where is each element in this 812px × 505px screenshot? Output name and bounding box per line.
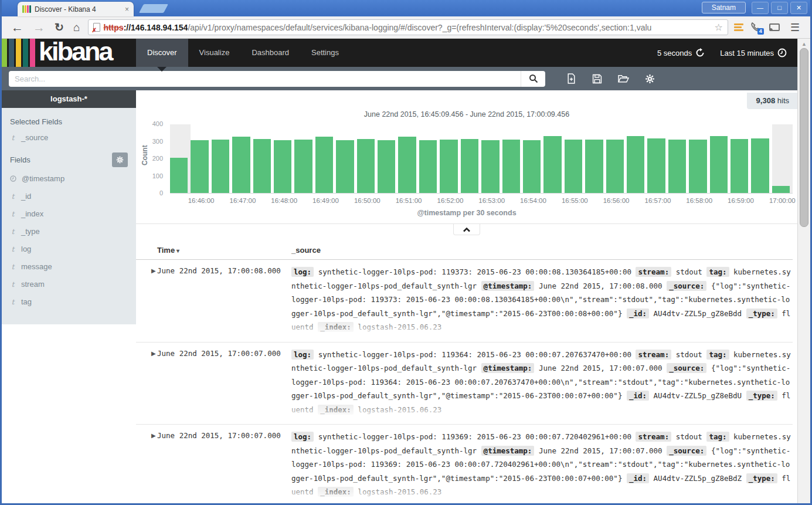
histogram-slot bbox=[336, 124, 356, 193]
bookmark-star-icon[interactable]: ☆ bbox=[715, 22, 723, 33]
histogram-bar[interactable] bbox=[481, 140, 499, 193]
new-document-icon bbox=[566, 73, 576, 84]
new-tab-button[interactable] bbox=[139, 4, 168, 13]
browser-tab[interactable]: Discover - Kibana 4 × bbox=[18, 2, 134, 16]
field-item-timestamp[interactable]: @timestamp bbox=[10, 174, 128, 183]
open-search-button[interactable] bbox=[618, 74, 629, 83]
histogram-bar[interactable] bbox=[585, 140, 603, 193]
kibana-favicon-icon bbox=[22, 5, 31, 13]
histogram-bar[interactable] bbox=[606, 140, 624, 193]
histogram-bar[interactable] bbox=[668, 140, 686, 193]
browser-window: Discover - Kibana 4 × Satnam — □ ✕ ← → ↻… bbox=[0, 0, 812, 505]
reload-icon[interactable]: ↻ bbox=[55, 22, 64, 33]
histogram-slot bbox=[232, 124, 253, 193]
save-search-button[interactable] bbox=[592, 74, 602, 84]
refresh-interval-label: 5 seconds bbox=[657, 49, 692, 57]
field-item-tag[interactable]: ttag bbox=[10, 297, 128, 306]
field-item-stream[interactable]: tstream bbox=[10, 280, 128, 289]
scrollbar-thumb[interactable] bbox=[800, 48, 808, 227]
expand-row-icon[interactable]: ▶ bbox=[136, 348, 157, 417]
nav-tab-discover[interactable]: Discover bbox=[136, 39, 188, 67]
histogram-bar[interactable] bbox=[440, 140, 457, 193]
histogram-bar[interactable] bbox=[378, 140, 395, 193]
field-name: @timestamp bbox=[22, 174, 64, 183]
histogram-bar[interactable] bbox=[565, 140, 582, 193]
x-tick-label: 16:48:00 bbox=[271, 197, 297, 204]
url-host: ://146.148.94.154 bbox=[124, 23, 188, 32]
search-icon bbox=[529, 74, 538, 83]
time-range-button[interactable]: Last 15 minutes bbox=[720, 48, 787, 57]
expand-row-icon[interactable]: ▶ bbox=[136, 430, 157, 499]
histogram-bar[interactable] bbox=[398, 137, 416, 193]
histogram-slot bbox=[419, 124, 440, 193]
field-item-index[interactable]: t_index bbox=[10, 209, 128, 218]
field-item-log[interactable]: tlog bbox=[10, 245, 128, 253]
close-button[interactable]: ✕ bbox=[790, 2, 807, 14]
page-scrollbar[interactable]: ▲ bbox=[797, 39, 810, 503]
histogram-slot bbox=[543, 124, 564, 193]
browser-menu-icon[interactable]: ☰ bbox=[790, 21, 800, 34]
expand-row-icon[interactable]: ▶ bbox=[136, 265, 157, 334]
time-column-header[interactable]: Time▾ bbox=[157, 246, 291, 255]
histogram-bar[interactable] bbox=[647, 138, 665, 193]
profile-button[interactable]: Satnam bbox=[702, 2, 746, 13]
histogram-bar[interactable] bbox=[315, 137, 333, 193]
tab-close-icon[interactable]: × bbox=[125, 5, 129, 13]
histogram-bar[interactable] bbox=[461, 139, 478, 193]
histogram-slot bbox=[523, 124, 543, 193]
histogram-slot bbox=[481, 124, 502, 193]
histogram-bar[interactable] bbox=[502, 140, 520, 193]
home-icon[interactable]: ⌂ bbox=[73, 22, 80, 33]
field-item-source[interactable]: t_source bbox=[10, 133, 128, 142]
histogram-bar[interactable] bbox=[523, 140, 541, 193]
insecure-page-icon[interactable]: ✗ bbox=[93, 23, 100, 32]
histogram-bar[interactable] bbox=[710, 136, 728, 193]
nav-tab-settings[interactable]: Settings bbox=[300, 39, 350, 67]
histogram-bar[interactable] bbox=[627, 136, 644, 193]
maximize-button[interactable]: □ bbox=[771, 2, 788, 14]
field-key-badge: _id: bbox=[627, 309, 649, 318]
histogram-bar[interactable] bbox=[357, 139, 375, 193]
histogram-bar[interactable] bbox=[419, 140, 437, 193]
new-search-button[interactable] bbox=[566, 73, 576, 84]
refresh-interval-button[interactable]: 5 seconds bbox=[657, 48, 705, 57]
cast-icon[interactable] bbox=[769, 23, 780, 31]
scroll-up-icon[interactable]: ▲ bbox=[798, 41, 810, 47]
y-tick-label: 400 bbox=[152, 120, 163, 127]
search-button[interactable] bbox=[521, 71, 545, 87]
histogram-bar[interactable] bbox=[336, 140, 354, 193]
list-extension-icon[interactable] bbox=[734, 23, 743, 31]
collapse-chart-button[interactable] bbox=[453, 224, 480, 235]
field-name: _source bbox=[21, 133, 48, 142]
row-time: June 22nd 2015, 17:00:08.000 bbox=[157, 265, 291, 334]
kibana-logo[interactable]: kibana bbox=[2, 39, 136, 67]
field-item-type[interactable]: t_type bbox=[10, 227, 128, 236]
histogram-bar[interactable] bbox=[543, 136, 561, 193]
field-key-badge: @timestamp: bbox=[481, 281, 535, 291]
field-item-message[interactable]: tmessage bbox=[10, 262, 128, 271]
histogram-bar[interactable] bbox=[253, 139, 271, 193]
histogram-bar[interactable] bbox=[731, 139, 748, 193]
minimize-button[interactable]: — bbox=[752, 2, 769, 14]
index-pattern-selector[interactable]: logstash-* bbox=[2, 90, 136, 108]
histogram-bar[interactable] bbox=[232, 137, 250, 193]
histogram-bar[interactable] bbox=[274, 140, 291, 193]
field-settings-button[interactable] bbox=[112, 152, 128, 167]
histogram-bar[interactable] bbox=[772, 186, 790, 193]
field-key-badge: tag: bbox=[706, 267, 729, 277]
back-icon[interactable]: ← bbox=[11, 21, 23, 33]
field-item-id[interactable]: t_id bbox=[10, 192, 128, 201]
histogram-bar[interactable] bbox=[751, 138, 769, 193]
phone-extension-icon[interactable]: 4 bbox=[750, 22, 762, 33]
settings-button[interactable] bbox=[645, 74, 655, 84]
histogram-bar[interactable] bbox=[191, 140, 208, 193]
histogram-bar[interactable] bbox=[294, 140, 312, 193]
histogram-bar[interactable] bbox=[689, 140, 706, 193]
row-time: June 22nd 2015, 17:00:07.000 bbox=[157, 430, 291, 499]
histogram-bar[interactable] bbox=[212, 140, 229, 193]
nav-tab-dashboard[interactable]: Dashboard bbox=[240, 39, 300, 67]
histogram-bar[interactable] bbox=[170, 158, 188, 193]
url-bar[interactable]: ✗ https://146.148.94.154/api/v1/proxy/na… bbox=[88, 19, 728, 35]
nav-tab-visualize[interactable]: Visualize bbox=[188, 39, 241, 67]
search-input[interactable] bbox=[9, 71, 521, 87]
